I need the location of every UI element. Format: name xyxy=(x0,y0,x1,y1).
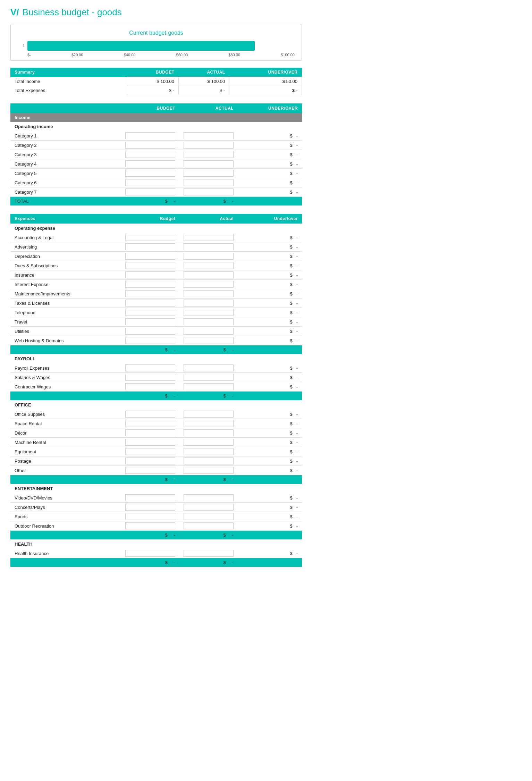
income-table: BUDGET ACTUAL UNDER/OVER Income Operatin… xyxy=(10,103,302,205)
expense-group-label-3: ENTERTAINMENT xyxy=(10,484,302,493)
expense-item-label: Space Rental xyxy=(10,419,121,428)
expense-budget-input[interactable] xyxy=(125,271,175,278)
expense-actual-input[interactable] xyxy=(184,328,234,335)
expense-budget-input[interactable] xyxy=(125,457,175,464)
expense-under-value: $ - xyxy=(238,549,302,558)
expenses-header-actual: Actual xyxy=(179,214,238,224)
expense-actual-input[interactable] xyxy=(184,234,234,241)
income-cat7-actual-input[interactable] xyxy=(184,188,234,195)
expense-budget-input[interactable] xyxy=(125,309,175,316)
expense-actual-input[interactable] xyxy=(184,262,234,269)
income-cat2-actual-cell[interactable] xyxy=(179,141,238,150)
expense-item-label: Machine Rental xyxy=(10,438,121,447)
expense-actual-input[interactable] xyxy=(184,429,234,436)
income-cat2-budget-cell[interactable] xyxy=(121,141,179,150)
chart-title: Current budget-goods xyxy=(18,30,295,36)
income-cat6-budget-input[interactable] xyxy=(125,179,175,186)
expense-actual-input[interactable] xyxy=(184,513,234,520)
expense-budget-input[interactable] xyxy=(125,281,175,288)
expense-item-label: Outdoor Recreation xyxy=(10,521,121,531)
expense-actual-input[interactable] xyxy=(184,300,234,306)
expense-item-row: Payroll Expenses$ - xyxy=(10,363,302,373)
expense-budget-input[interactable] xyxy=(125,262,175,269)
expense-item-row: Other$ - xyxy=(10,466,302,475)
expense-actual-input[interactable] xyxy=(184,281,234,288)
expense-budget-input[interactable] xyxy=(125,494,175,501)
expense-actual-input[interactable] xyxy=(184,243,234,250)
summary-income-budget: $ 100.00 xyxy=(127,77,179,86)
expense-item-row: Dues & Subscriptions$ - xyxy=(10,261,302,270)
expense-budget-input[interactable] xyxy=(125,420,175,427)
expense-item-label: Salaries & Wages xyxy=(10,373,121,382)
expense-actual-input[interactable] xyxy=(184,337,234,344)
income-cat1-actual-cell[interactable] xyxy=(179,131,238,141)
expense-actual-input[interactable] xyxy=(184,309,234,316)
expense-under-value: $ - xyxy=(238,242,302,252)
expense-actual-input[interactable] xyxy=(184,448,234,455)
expense-actual-input[interactable] xyxy=(184,504,234,511)
expense-actual-input[interactable] xyxy=(184,374,234,381)
income-cat2-budget-input[interactable] xyxy=(125,142,175,149)
expense-subtotal-budget: $ - xyxy=(121,392,179,401)
expense-item-label: Travel xyxy=(10,317,121,327)
expense-budget-input[interactable] xyxy=(125,337,175,344)
expense-budget-input[interactable] xyxy=(125,253,175,260)
expense-actual-input[interactable] xyxy=(184,290,234,297)
expense-budget-input[interactable] xyxy=(125,522,175,529)
expense-budget-input[interactable] xyxy=(125,234,175,241)
summary-table: Summary BUDGET ACTUAL UNDER/OVER Total I… xyxy=(10,68,302,95)
expense-budget-input[interactable] xyxy=(125,383,175,390)
expense-actual-input[interactable] xyxy=(184,411,234,418)
expense-subtotal-actual: $ - xyxy=(179,345,238,354)
expense-item-row: Outdoor Recreation$ - xyxy=(10,521,302,531)
expense-actual-input[interactable] xyxy=(184,494,234,501)
income-subsection-header: Operating income xyxy=(10,122,302,131)
expense-budget-input[interactable] xyxy=(125,364,175,371)
expense-actual-input[interactable] xyxy=(184,420,234,427)
income-cat3-budget-input[interactable] xyxy=(125,151,175,158)
expense-budget-input[interactable] xyxy=(125,300,175,306)
income-cat2-actual-input[interactable] xyxy=(184,142,234,149)
expense-actual-input[interactable] xyxy=(184,457,234,464)
expense-budget-input[interactable] xyxy=(125,439,175,446)
chart-area: 1 xyxy=(18,41,295,51)
income-cat7-budget-input[interactable] xyxy=(125,188,175,195)
expense-actual-input[interactable] xyxy=(184,439,234,446)
expense-budget-input[interactable] xyxy=(125,243,175,250)
expense-under-value: $ - xyxy=(238,261,302,270)
expense-actual-input[interactable] xyxy=(184,318,234,325)
expense-budget-input[interactable] xyxy=(125,328,175,335)
income-cat5-budget-input[interactable] xyxy=(125,170,175,177)
logo-icon: V/ xyxy=(10,7,19,18)
expense-budget-input[interactable] xyxy=(125,374,175,381)
expense-budget-input[interactable] xyxy=(125,429,175,436)
expense-actual-input[interactable] xyxy=(184,364,234,371)
income-cat4-budget-input[interactable] xyxy=(125,160,175,167)
income-cat1-budget-input[interactable] xyxy=(125,132,175,139)
expense-budget-input[interactable] xyxy=(125,504,175,511)
income-cat5-actual-input[interactable] xyxy=(184,170,234,177)
expense-group-header-2: OFFICE xyxy=(10,400,302,410)
expense-actual-input[interactable] xyxy=(184,522,234,529)
expense-actual-input[interactable] xyxy=(184,383,234,390)
expense-actual-input[interactable] xyxy=(184,253,234,260)
expense-under-value: $ - xyxy=(238,363,302,373)
income-cat4-actual-input[interactable] xyxy=(184,160,234,167)
expense-budget-input[interactable] xyxy=(125,318,175,325)
expense-budget-input[interactable] xyxy=(125,290,175,297)
expense-actual-input[interactable] xyxy=(184,550,234,557)
expense-budget-input[interactable] xyxy=(125,467,175,474)
income-cat6-actual-input[interactable] xyxy=(184,179,234,186)
expense-item-row: Equipment$ - xyxy=(10,447,302,456)
income-category-5: Category 5 $ - xyxy=(10,169,302,178)
expense-budget-input[interactable] xyxy=(125,448,175,455)
income-cat1-budget-cell[interactable] xyxy=(121,131,179,141)
expense-budget-input[interactable] xyxy=(125,550,175,557)
income-cat3-actual-input[interactable] xyxy=(184,151,234,158)
income-cat1-actual-input[interactable] xyxy=(184,132,234,139)
expense-actual-input[interactable] xyxy=(184,467,234,474)
expense-actual-input[interactable] xyxy=(184,271,234,278)
expense-budget-input[interactable] xyxy=(125,411,175,418)
income-header-name xyxy=(10,103,121,113)
expense-budget-input[interactable] xyxy=(125,513,175,520)
